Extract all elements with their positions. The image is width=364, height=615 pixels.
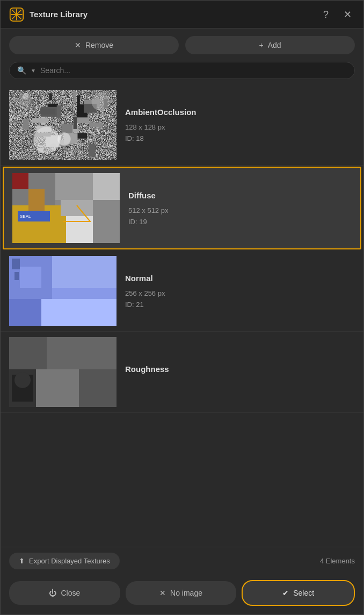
- close-button[interactable]: ⏻ Close: [9, 581, 120, 605]
- close-window-button[interactable]: ✕: [340, 9, 355, 20]
- roughness-texture-canvas: [9, 337, 117, 407]
- remove-icon: ✕: [75, 41, 81, 49]
- add-button[interactable]: + Add: [185, 36, 355, 54]
- texture-id-diffuse: ID: 19: [128, 218, 352, 226]
- texture-info-ambient-occlusion: AmbientOcclusion 128 x 128 px ID: 18: [125, 105, 355, 145]
- window-title: Texture Library: [30, 10, 88, 19]
- texture-name-roughness: Roughness: [125, 364, 355, 374]
- texture-size-normal: 256 x 256 px: [125, 289, 355, 297]
- add-icon: +: [259, 41, 263, 49]
- texture-item-ambient-occlusion[interactable]: AmbientOcclusion 128 x 128 px ID: 18: [1, 84, 363, 166]
- texture-id-ambient-occlusion: ID: 18: [125, 134, 355, 142]
- texture-info-diffuse: Diffuse 512 x 512 px ID: 19: [128, 189, 352, 228]
- texture-item-diffuse[interactable]: Diffuse 512 x 512 px ID: 19: [3, 167, 361, 249]
- texture-thumb-ambient-occlusion: [9, 90, 117, 160]
- texture-list: AmbientOcclusion 128 x 128 px ID: 18 Dif…: [1, 84, 363, 547]
- elements-count: 4 Elements: [320, 557, 355, 565]
- export-label: Export Displayed Textures: [29, 557, 110, 565]
- remove-button[interactable]: ✕ Remove: [9, 36, 179, 54]
- texture-item-normal[interactable]: Normal 256 x 256 px ID: 21: [1, 251, 363, 332]
- select-icon: ✔: [282, 589, 289, 597]
- texture-thumb-roughness: [9, 337, 117, 407]
- help-button[interactable]: ?: [320, 9, 332, 20]
- search-bar[interactable]: 🔍 ▼: [9, 62, 355, 79]
- texture-info-roughness: Roughness: [125, 362, 355, 382]
- title-bar: Texture Library ? ✕: [1, 1, 363, 28]
- search-icon: 🔍: [17, 66, 26, 75]
- power-icon: ⏻: [49, 589, 56, 597]
- export-icon: ⬆: [19, 557, 25, 565]
- title-bar-left: Texture Library: [9, 7, 88, 22]
- texture-thumb-diffuse: [12, 173, 120, 243]
- texture-name-normal: Normal: [125, 274, 355, 283]
- select-label: Select: [293, 589, 314, 597]
- no-image-icon: ✕: [159, 589, 166, 597]
- ao-texture-canvas: [9, 90, 117, 160]
- diffuse-texture-canvas: [12, 173, 120, 243]
- remove-label: Remove: [85, 41, 113, 49]
- texture-size-diffuse: 512 x 512 px: [128, 206, 352, 214]
- title-bar-right: ? ✕: [320, 9, 355, 20]
- texture-name-diffuse: Diffuse: [128, 191, 352, 200]
- normal-texture-canvas: [9, 256, 117, 326]
- filter-dropdown-icon[interactable]: ▼: [31, 68, 36, 74]
- texture-thumb-normal: [9, 256, 117, 326]
- texture-info-normal: Normal 256 x 256 px ID: 21: [125, 271, 355, 311]
- no-image-button[interactable]: ✕ No image: [126, 581, 237, 605]
- close-label: Close: [61, 589, 80, 597]
- texture-name-ambient-occlusion: AmbientOcclusion: [125, 108, 355, 117]
- texture-item-roughness[interactable]: Roughness: [1, 332, 363, 413]
- search-input[interactable]: [40, 66, 347, 75]
- toolbar: ✕ Remove + Add: [1, 28, 363, 62]
- no-image-label: No image: [170, 589, 202, 597]
- app-logo-icon: [9, 7, 24, 22]
- action-bar: ⏻ Close ✕ No image ✔ Select: [1, 575, 363, 614]
- bottom-bar: ⬆ Export Displayed Textures 4 Elements: [1, 547, 363, 575]
- add-label: Add: [268, 41, 281, 49]
- select-button[interactable]: ✔ Select: [242, 580, 355, 606]
- texture-library-window: Texture Library ? ✕ ✕ Remove + Add 🔍 ▼: [0, 0, 364, 615]
- texture-size-ambient-occlusion: 128 x 128 px: [125, 123, 355, 131]
- texture-id-normal: ID: 21: [125, 301, 355, 309]
- export-button[interactable]: ⬆ Export Displayed Textures: [9, 553, 120, 569]
